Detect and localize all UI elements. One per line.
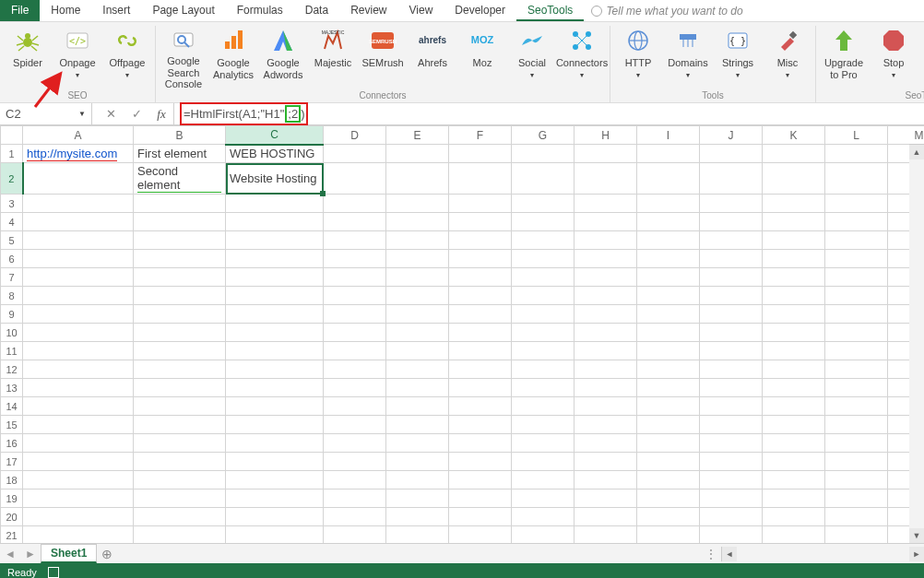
cell-C19[interactable]: [226, 490, 324, 508]
col-header-D[interactable]: D: [324, 126, 386, 145]
cell-J11[interactable]: [700, 342, 763, 360]
cell-J2[interactable]: [700, 163, 763, 195]
row-header-16[interactable]: 16: [1, 434, 23, 453]
cell-B11[interactable]: [134, 342, 226, 360]
cell-H10[interactable]: [575, 324, 637, 342]
cell-B13[interactable]: [134, 379, 226, 397]
tab-insert[interactable]: Insert: [91, 0, 141, 21]
cell-F19[interactable]: [449, 490, 512, 508]
col-header-J[interactable]: J: [700, 126, 763, 145]
cell-E1[interactable]: [386, 145, 449, 163]
cell-F1[interactable]: [449, 145, 512, 163]
cell-I6[interactable]: [637, 250, 700, 268]
cell-G19[interactable]: [512, 490, 575, 508]
cell-C5[interactable]: [226, 231, 324, 250]
cell-I18[interactable]: [637, 471, 700, 490]
cell-K19[interactable]: [763, 490, 825, 508]
cell-A20[interactable]: [23, 508, 134, 526]
cell-D15[interactable]: [324, 416, 386, 434]
tab-formulas[interactable]: Formulas: [226, 0, 294, 21]
cell-E18[interactable]: [386, 471, 449, 490]
cell-C13[interactable]: [226, 379, 324, 397]
cell-K12[interactable]: [763, 360, 825, 379]
row-header-21[interactable]: 21: [1, 526, 23, 544]
cell-G21[interactable]: [512, 526, 575, 544]
col-header-I[interactable]: I: [637, 126, 700, 145]
cell-C16[interactable]: [226, 434, 324, 453]
cell-I8[interactable]: [637, 287, 700, 305]
cell-J13[interactable]: [700, 379, 763, 397]
scroll-down-icon[interactable]: ▼: [909, 528, 924, 543]
cell-K15[interactable]: [763, 416, 825, 434]
cell-F21[interactable]: [449, 526, 512, 544]
vscroll-track[interactable]: [909, 159, 924, 528]
row-header-15[interactable]: 15: [1, 416, 23, 434]
row-header-7[interactable]: 7: [1, 268, 23, 287]
ahrefs-button[interactable]: ahrefsAhrefs: [410, 26, 455, 89]
cell-A6[interactable]: [23, 250, 134, 268]
cell-L16[interactable]: [825, 434, 888, 453]
cell-B4[interactable]: [134, 213, 226, 231]
cell-I3[interactable]: [637, 195, 700, 213]
cell-L9[interactable]: [825, 305, 888, 324]
cell-H3[interactable]: [575, 195, 637, 213]
cell-G6[interactable]: [512, 250, 575, 268]
misc-button[interactable]: Misc▾: [765, 26, 810, 89]
row-header-13[interactable]: 13: [1, 379, 23, 397]
cell-D19[interactable]: [324, 490, 386, 508]
cell-I13[interactable]: [637, 379, 700, 397]
cell-G9[interactable]: [512, 305, 575, 324]
moz-button[interactable]: MOZMoz: [460, 26, 504, 89]
cell-E13[interactable]: [386, 379, 449, 397]
row-header-19[interactable]: 19: [1, 490, 23, 508]
cell-L8[interactable]: [825, 287, 888, 305]
majestic-button[interactable]: MAJESTICMajestic: [311, 26, 355, 89]
cell-B7[interactable]: [134, 268, 226, 287]
cell-J12[interactable]: [700, 360, 763, 379]
cell-G17[interactable]: [512, 453, 575, 471]
cell-I20[interactable]: [637, 508, 700, 526]
cell-I7[interactable]: [637, 268, 700, 287]
cell-J21[interactable]: [700, 526, 763, 544]
cell-D16[interactable]: [324, 434, 386, 453]
cell-G7[interactable]: [512, 268, 575, 287]
col-header-B[interactable]: B: [134, 126, 226, 145]
cell-K2[interactable]: [763, 163, 825, 195]
cell-C11[interactable]: [226, 342, 324, 360]
semrush-button[interactable]: SEMRUSHSEMrush: [361, 26, 405, 89]
cell-H11[interactable]: [575, 342, 637, 360]
cell-F9[interactable]: [449, 305, 512, 324]
row-header-8[interactable]: 8: [1, 287, 23, 305]
cell-F11[interactable]: [449, 342, 512, 360]
cell-B19[interactable]: [134, 490, 226, 508]
cell-D10[interactable]: [324, 324, 386, 342]
cell-E20[interactable]: [386, 508, 449, 526]
cell-K6[interactable]: [763, 250, 825, 268]
cell-L21[interactable]: [825, 526, 888, 544]
cell-A4[interactable]: [23, 213, 134, 231]
sheet-tab-menu[interactable]: ⋮: [702, 548, 721, 560]
cell-L7[interactable]: [825, 268, 888, 287]
vertical-scrollbar[interactable]: ▲ ▼: [909, 144, 924, 543]
row-header-18[interactable]: 18: [1, 471, 23, 490]
cell-C7[interactable]: [226, 268, 324, 287]
cell-A19[interactable]: [23, 490, 134, 508]
scroll-up-icon[interactable]: ▲: [909, 145, 924, 159]
cell-I1[interactable]: [637, 145, 700, 163]
row-header-5[interactable]: 5: [1, 231, 23, 250]
cell-G4[interactable]: [512, 213, 575, 231]
fx-icon[interactable]: fx: [149, 107, 173, 122]
cell-G16[interactable]: [512, 434, 575, 453]
cell-H8[interactable]: [575, 287, 637, 305]
row-header-11[interactable]: 11: [1, 342, 23, 360]
cell-H16[interactable]: [575, 434, 637, 453]
cell-L4[interactable]: [825, 213, 888, 231]
cell-K5[interactable]: [763, 231, 825, 250]
cell-D2[interactable]: [324, 163, 386, 195]
tab-data[interactable]: Data: [294, 0, 339, 21]
cell-L5[interactable]: [825, 231, 888, 250]
cell-A12[interactable]: [23, 360, 134, 379]
row-header-12[interactable]: 12: [1, 360, 23, 379]
cell-L19[interactable]: [825, 490, 888, 508]
domains-button[interactable]: Domains▾: [666, 26, 710, 89]
